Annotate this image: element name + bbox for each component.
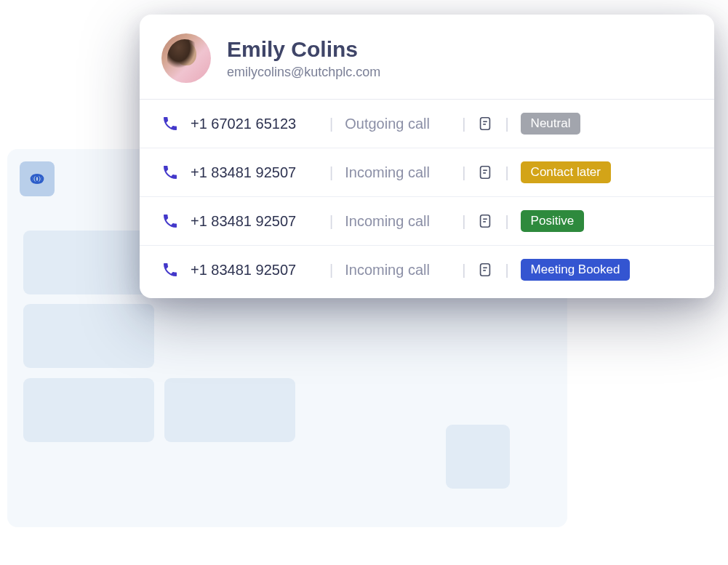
skeleton-placeholder [23,378,154,442]
call-direction: Incoming call [345,262,450,279]
call-row[interactable]: +1 83481 92507 | Incoming call | | Conta… [140,148,714,197]
skeleton-placeholder [446,425,510,489]
status-badge: Neutral [521,113,581,135]
phone-icon [161,164,179,181]
skeleton-placeholder [164,378,295,442]
status-badge: Meeting Booked [521,259,631,281]
contact-card: Emily Colins emilycolins@kutchplc.com +1… [140,15,714,298]
phone-number: +1 67021 65123 [191,116,318,132]
divider: | [462,262,465,279]
call-row[interactable]: +1 67021 65123 | Outgoing call | | Neutr… [140,100,714,148]
phone-number: +1 83481 92507 [191,164,318,181]
divider: | [462,164,465,181]
phone-icon [161,115,179,132]
call-list: +1 67021 65123 | Outgoing call | | Neutr… [140,100,714,298]
divider: | [329,262,333,279]
app-logo-badge [20,161,55,196]
contact-header: Emily Colins emilycolins@kutchplc.com [140,15,714,100]
notes-icon[interactable] [477,262,493,278]
divider: | [329,116,333,132]
call-direction: Incoming call [345,213,450,230]
phone-icon [161,261,179,279]
contact-name: Emily Colins [227,37,380,62]
contact-info: Emily Colins emilycolins@kutchplc.com [227,37,380,80]
contact-email: emilycolins@kutchplc.com [227,65,380,80]
crm-logo-icon [27,169,47,189]
divider: | [329,213,333,230]
status-badge: Positive [521,210,585,232]
divider: | [505,213,508,230]
notes-icon[interactable] [477,164,493,180]
call-direction: Incoming call [345,164,450,181]
phone-number: +1 83481 92507 [191,262,318,279]
svg-rect-8 [481,215,490,228]
divider: | [329,164,333,181]
notes-icon[interactable] [477,116,493,132]
divider: | [505,262,508,279]
status-badge: Contact later [521,161,611,183]
phone-number: +1 83481 92507 [191,213,318,230]
call-row[interactable]: +1 83481 92507 | Incoming call | | Meeti… [140,246,714,298]
svg-rect-11 [481,264,490,276]
divider: | [505,116,508,132]
call-row[interactable]: +1 83481 92507 | Incoming call | | Posit… [140,197,714,246]
svg-rect-5 [481,167,490,179]
skeleton-placeholder [23,231,154,294]
notes-icon[interactable] [477,213,493,229]
phone-icon [161,212,179,230]
svg-rect-2 [481,118,490,130]
avatar [161,33,211,83]
call-direction: Outgoing call [345,116,450,132]
skeleton-placeholder [23,304,154,368]
divider: | [462,116,465,132]
divider: | [505,164,508,181]
divider: | [462,213,465,230]
